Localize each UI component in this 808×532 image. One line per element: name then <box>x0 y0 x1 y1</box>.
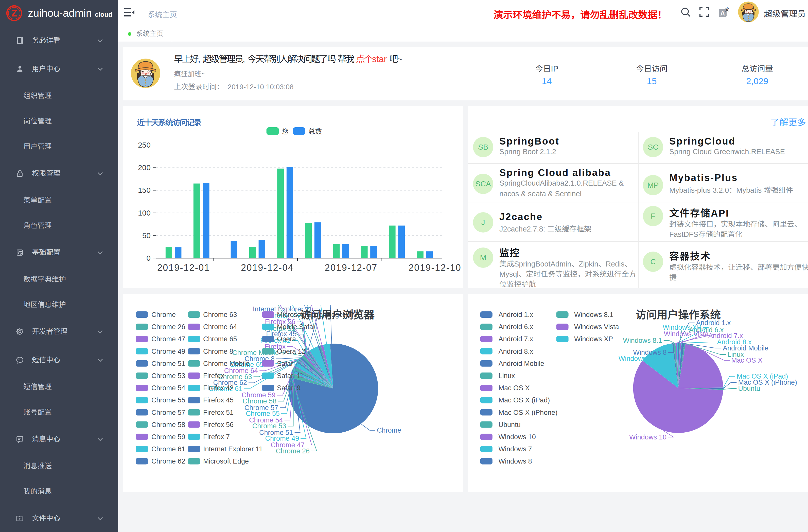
svg-text:Chrome: Chrome <box>151 311 176 318</box>
svg-text:Chrome 49: Chrome 49 <box>151 348 185 355</box>
svg-text:Chrome 62: Chrome 62 <box>151 457 185 465</box>
svg-text:Chrome 59: Chrome 59 <box>151 433 185 441</box>
svg-text:Mobile Safari: Mobile Safari <box>277 323 317 331</box>
svg-text:Windows 8: Windows 8 <box>499 457 532 465</box>
svg-text:Safari: Safari <box>277 360 295 367</box>
svg-text:Chrome 26: Chrome 26 <box>151 323 185 331</box>
svg-text:Firefox 7: Firefox 7 <box>203 433 230 441</box>
svg-text:总数: 总数 <box>308 128 322 135</box>
svg-text:Firefox 42: Firefox 42 <box>203 384 234 392</box>
svg-text:近十天系统访问记录: 近十天系统访问记录 <box>137 118 202 127</box>
svg-text:Chrome 57: Chrome 57 <box>151 409 185 416</box>
svg-text:250: 250 <box>138 141 151 149</box>
svg-text:Ubuntu: Ubuntu <box>499 421 521 428</box>
svg-text:Android Mobile: Android Mobile <box>499 360 544 367</box>
svg-text:Mac OS X (iPad): Mac OS X (iPad) <box>499 396 550 404</box>
svg-text:Internet Explorer 11: Internet Explorer 11 <box>203 445 263 453</box>
svg-text:Chrome 54: Chrome 54 <box>151 384 185 392</box>
svg-text:Windows 7: Windows 7 <box>499 445 532 453</box>
svg-text:Mac OS X (iPhone): Mac OS X (iPhone) <box>499 409 558 416</box>
svg-text:Chrome Mobile: Chrome Mobile <box>203 360 250 367</box>
svg-text:Chrome 63: Chrome 63 <box>203 311 237 318</box>
svg-text:Chrome: Chrome <box>377 426 401 434</box>
svg-text:Firefox 51: Firefox 51 <box>203 409 234 416</box>
svg-text:Chrome 64: Chrome 64 <box>203 323 237 331</box>
svg-text:Chrome 65: Chrome 65 <box>203 335 237 343</box>
svg-text:Z: Z <box>11 8 17 19</box>
svg-text:2019-12-07: 2019-12-07 <box>325 262 378 273</box>
svg-text:50: 50 <box>142 231 151 240</box>
svg-text:Mac OS X: Mac OS X <box>499 384 530 392</box>
svg-text:Windows Vista: Windows Vista <box>664 330 709 338</box>
svg-text:Windows 8.1: Windows 8.1 <box>574 311 613 318</box>
svg-text:150: 150 <box>138 186 151 194</box>
svg-text:Chrome 26: Chrome 26 <box>276 447 310 455</box>
svg-text:您: 您 <box>282 128 289 135</box>
svg-text:文: 文 <box>725 7 729 12</box>
svg-text:Linux: Linux <box>499 372 515 380</box>
svg-text:Chrome 58: Chrome 58 <box>151 421 185 428</box>
svg-text:2019-12-04: 2019-12-04 <box>241 262 294 273</box>
svg-text:访问用户操作系统: 访问用户操作系统 <box>636 309 721 321</box>
svg-text:0: 0 <box>146 254 151 262</box>
svg-text:Windows 7: Windows 7 <box>619 355 652 362</box>
svg-text:Android 1.x: Android 1.x <box>499 311 533 318</box>
svg-text:Chrome 8: Chrome 8 <box>203 348 233 355</box>
svg-text:Opera: Opera <box>277 335 296 343</box>
svg-text:Windows Vista: Windows Vista <box>574 323 619 331</box>
svg-text:Microsoft Edge: Microsoft Edge <box>203 457 249 465</box>
svg-text:Windows 10: Windows 10 <box>499 433 536 441</box>
svg-text:Chrome 47: Chrome 47 <box>151 335 185 343</box>
svg-text:Chrome 53: Chrome 53 <box>151 372 185 380</box>
svg-text:200: 200 <box>138 163 151 172</box>
svg-text:Firefox: Firefox <box>203 372 224 380</box>
svg-text:Firefox 45: Firefox 45 <box>203 396 234 404</box>
svg-text:访问用户浏览器: 访问用户浏览器 <box>300 309 375 321</box>
svg-text:Chrome 51: Chrome 51 <box>151 360 185 367</box>
svg-text:Windows 8.1: Windows 8.1 <box>623 337 662 344</box>
svg-text:Safari 9: Safari 9 <box>277 384 300 392</box>
svg-text:Chrome 61: Chrome 61 <box>151 445 185 453</box>
svg-text:Android 7.x: Android 7.x <box>499 335 533 343</box>
svg-text:100: 100 <box>138 209 151 217</box>
svg-text:A: A <box>720 10 725 17</box>
svg-text:2019-12-10: 2019-12-10 <box>408 262 461 273</box>
svg-text:Android 8.x: Android 8.x <box>499 348 533 355</box>
svg-text:Android 6.x: Android 6.x <box>499 323 533 331</box>
svg-text:Windows 10: Windows 10 <box>629 433 666 441</box>
svg-text:Safari 11: Safari 11 <box>277 372 304 380</box>
svg-text:Mac OS X: Mac OS X <box>731 356 763 364</box>
svg-text:Ubuntu: Ubuntu <box>738 385 760 392</box>
svg-text:Firefox 56: Firefox 56 <box>203 421 234 428</box>
svg-text:2019-12-01: 2019-12-01 <box>157 262 210 273</box>
svg-text:Opera 12: Opera 12 <box>277 348 306 355</box>
svg-text:Chrome 55: Chrome 55 <box>151 396 185 404</box>
svg-text:Windows XP: Windows XP <box>574 335 613 343</box>
